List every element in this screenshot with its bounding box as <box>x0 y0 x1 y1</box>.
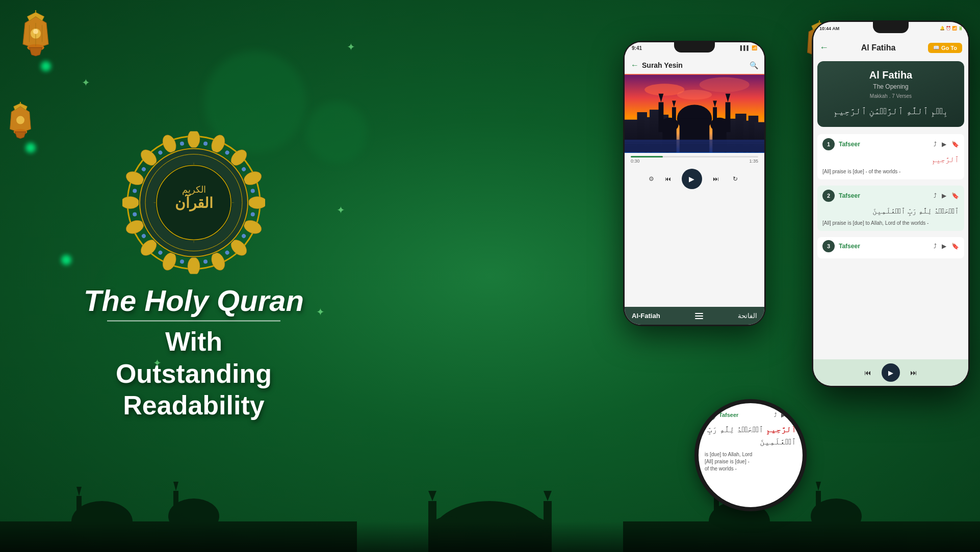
svg-marker-43 <box>173 482 178 491</box>
svg-point-80 <box>133 212 137 216</box>
title-divider <box>107 321 280 322</box>
surah-title: Surah Yesin <box>642 61 683 69</box>
prev-btn-front[interactable]: ⏮ <box>864 369 871 377</box>
share-icon-3[interactable]: ⤴ <box>934 243 937 250</box>
magnifier-verse-num: 1 <box>705 409 716 420</box>
settings-icon[interactable]: ⚙ <box>649 175 654 182</box>
status-icons-front: 🔔 ⏰ 📶 🔋 <box>940 26 963 31</box>
svg-point-15 <box>16 116 24 124</box>
track-name: Al-Fatiah <box>632 312 660 320</box>
svg-point-81 <box>133 188 137 193</box>
status-icons-back: ▌▌▌ 📶 <box>740 45 757 50</box>
menu-icon[interactable] <box>695 313 703 319</box>
share-icon-1[interactable]: ⤴ <box>934 141 937 148</box>
card-title: Al Fatiha <box>826 69 956 81</box>
track-info-bar: Al-Fatiah الفاتحة <box>625 307 764 325</box>
svg-point-77 <box>179 259 184 264</box>
fatiha-header: ← Al Fatiha 📖 Go To <box>813 38 968 57</box>
verse-item-2: 2 Tafseer ⤴ ▶ 🔖 ٱلۡحَمۡدُ لِلَّهِ رَبِّ … <box>817 186 964 231</box>
magnifier-play: ▶ <box>781 412 785 418</box>
fatiha-title: Al Fatiha <box>829 43 928 52</box>
verse-1-actions: ⤴ ▶ 🔖 <box>934 141 959 148</box>
svg-marker-34 <box>544 491 552 501</box>
bookmark-icon-1[interactable]: 🔖 <box>951 141 959 148</box>
magnifier-arabic-red: ٱلرَّحِيمِ <box>766 425 796 434</box>
phone-al-fatiha: 10:44 AM 🔔 ⏰ 📶 🔋 ← Al Fatiha 📖 Go To <box>812 20 970 387</box>
svg-rect-125 <box>625 140 764 152</box>
progress-bar[interactable] <box>631 156 758 157</box>
play-icon-2[interactable]: ▶ <box>942 192 946 199</box>
goto-button[interactable]: 📖 Go To <box>928 43 962 53</box>
back-arrow-icon[interactable]: ← <box>631 61 639 70</box>
verse-1-number: 1 <box>822 138 835 150</box>
status-time-back: 9:41 <box>632 45 642 51</box>
svg-point-71 <box>241 166 247 172</box>
audio-progress: 0:30 1:35 <box>625 153 764 166</box>
svg-point-61 <box>188 257 200 274</box>
svg-point-78 <box>158 250 163 255</box>
svg-rect-117 <box>659 102 664 132</box>
svg-point-79 <box>141 233 146 239</box>
notch-back <box>674 42 715 52</box>
svg-text:الكريم: الكريم <box>182 184 206 195</box>
play-btn-front[interactable]: ▶ <box>882 363 900 382</box>
next-btn-front[interactable]: ⏭ <box>910 369 917 377</box>
share-icon-2[interactable]: ⤴ <box>934 192 937 199</box>
search-icon[interactable]: 🔍 <box>750 61 758 69</box>
svg-point-84 <box>179 141 184 146</box>
bottom-audio-bar: ⏮ ▶ ⏭ <box>813 359 968 386</box>
app-title-subtitle: With <box>41 326 347 357</box>
phone-surah-yesin: 9:41 ▌▌▌ 📶 ← Surah Yesin 🔍 <box>623 41 766 326</box>
audio-controls-back: ⚙ ⏮ ▶ ⏭ ↻ <box>625 166 764 192</box>
surah-header: ← Surah Yesin 🔍 <box>625 57 764 74</box>
tafseer-link-2[interactable]: Tafseer <box>839 192 860 199</box>
verse-item-1: 1 Tafseer ⤴ ▶ 🔖 ٱلرَّحِيمِ [All] praise … <box>817 134 964 179</box>
glow-1 <box>41 61 51 71</box>
tafseer-link-3[interactable]: Tafseer <box>839 243 860 250</box>
tafseer-link-1[interactable]: Tafseer <box>839 141 860 148</box>
prev-button[interactable]: ⏮ <box>662 173 674 185</box>
next-button[interactable]: ⏭ <box>710 173 721 185</box>
verse-2-arabic: ٱلۡحَمۡدُ لِلَّهِ رَبِّ ٱلۡعَٰلَمِينَ <box>822 205 959 217</box>
magnifier-glass: 1 Tafseer ⤴ ▶ 🔖 ٱلرَّحِيمِ ٱلۡحَمۡدُ لِل… <box>694 399 807 511</box>
magnifier-translation: is [due] to Allah, Lord [All] praise is … <box>705 451 796 472</box>
svg-rect-123 <box>713 107 717 129</box>
svg-point-76 <box>203 259 208 264</box>
svg-point-99 <box>677 90 712 100</box>
quran-emblem: القرآن الكريم <box>122 131 265 274</box>
play-button-back[interactable]: ▶ <box>682 169 702 189</box>
play-icon-1[interactable]: ▶ <box>942 141 946 148</box>
svg-text:القرآن: القرآن <box>175 193 213 211</box>
svg-point-9 <box>33 29 38 34</box>
svg-rect-42 <box>173 491 178 516</box>
repeat-icon[interactable]: ↻ <box>730 173 741 185</box>
magnifier-arabic: ٱلرَّحِيمِ ٱلۡحَمۡدُ لِلَّهِ رَبِّ ٱلۡعَ… <box>705 424 796 448</box>
card-subtitle: The Opening <box>826 83 956 90</box>
surah-info-card: Al Fatiha The Opening Makkah . 7 Verses … <box>817 61 964 127</box>
svg-point-53 <box>188 131 200 148</box>
svg-marker-32 <box>428 491 436 501</box>
svg-rect-40 <box>76 496 82 521</box>
phones-area: 9:41 ▌▌▌ 📶 ← Surah Yesin 🔍 <box>613 0 980 552</box>
book-icon: 📖 <box>933 45 939 50</box>
notch-front <box>873 22 909 33</box>
bookmark-icon-2[interactable]: 🔖 <box>951 192 959 199</box>
verse-2-actions: ⤴ ▶ 🔖 <box>934 192 959 199</box>
track-name-arabic: الفاتحة <box>738 312 757 320</box>
left-content: القرآن الكريم The Holy Quran With Outsta… <box>41 131 347 421</box>
time-start: 0:30 <box>631 159 640 164</box>
back-arrow-front[interactable]: ← <box>819 42 829 53</box>
lantern-top-left <box>15 10 56 61</box>
time-end: 1:35 <box>749 159 758 164</box>
magnifier-share: ⤴ <box>774 412 777 418</box>
magnifier-bookmark: 🔖 <box>789 412 796 418</box>
svg-marker-4 <box>30 47 42 56</box>
bookmark-icon-3[interactable]: 🔖 <box>951 243 959 250</box>
app-title-line1: The Holy Quran <box>41 284 347 317</box>
play-icon-3[interactable]: ▶ <box>942 243 946 250</box>
magnifier-actions: ⤴ ▶ 🔖 <box>774 412 796 418</box>
sparkle-4: ✦ <box>82 76 90 89</box>
magnifier-verse-header: 1 Tafseer ⤴ ▶ 🔖 <box>705 409 796 420</box>
glow-2 <box>25 143 36 153</box>
card-meta: Makkah . 7 Verses <box>826 93 956 99</box>
